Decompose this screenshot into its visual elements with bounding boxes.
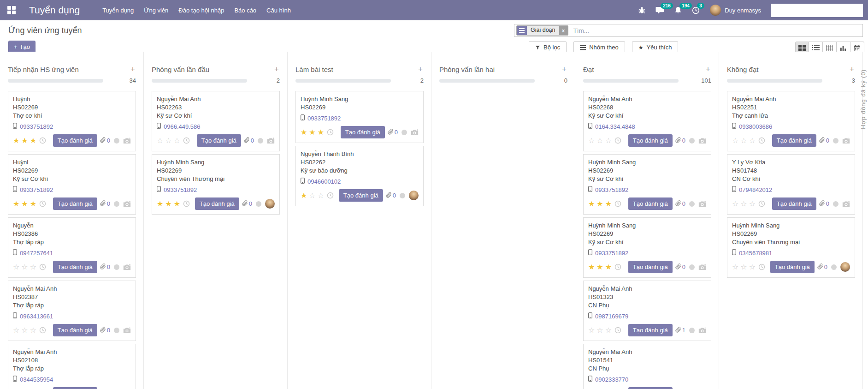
star-empty-icon[interactable]: ☆ — [21, 327, 28, 334]
star-empty-icon[interactable]: ☆ — [732, 200, 738, 208]
star-empty-icon[interactable]: ☆ — [596, 137, 603, 144]
star-filled-icon[interactable]: ★ — [301, 129, 307, 136]
kanban-card[interactable]: Nguyễn Mai AnhHS01323CN Phụ0987169679☆☆☆… — [583, 281, 711, 341]
kanban-card[interactable]: Nguyễn Mai AnhHS02263Kỹ sư Cơ khí0966.44… — [152, 91, 280, 151]
create-evaluation-button[interactable]: Tạo đánh giá — [197, 134, 241, 147]
phone-link[interactable]: 0966.449.586 — [164, 123, 201, 130]
star-filled-icon[interactable]: ★ — [165, 200, 171, 208]
kanban-state-icon[interactable] — [114, 201, 119, 207]
attachment-paperclip-icon[interactable]: 0 — [100, 263, 110, 271]
star-empty-icon[interactable]: ☆ — [740, 200, 747, 208]
star-empty-icon[interactable]: ☆ — [596, 327, 603, 334]
menu-candidates[interactable]: Ứng viên — [139, 4, 173, 17]
activity-clock-icon[interactable] — [614, 327, 621, 334]
progress-bar[interactable] — [727, 79, 822, 83]
star-filled-icon[interactable]: ★ — [588, 200, 595, 208]
activity-clock-icon[interactable] — [614, 137, 621, 144]
attachment-paperclip-icon[interactable]: 0 — [675, 137, 685, 144]
add-record-plus-icon[interactable]: + — [417, 65, 424, 74]
activity-clock-icon[interactable] — [39, 263, 46, 270]
attachment-paperclip-icon[interactable]: 0 — [244, 137, 254, 144]
activities-clock-icon[interactable]: 3 — [692, 6, 700, 14]
create-evaluation-button[interactable]: Tạo đánh giá — [53, 387, 97, 389]
phone-link[interactable]: 0963413661 — [20, 313, 53, 320]
create-evaluation-button[interactable]: Tạo đánh giá — [770, 261, 815, 273]
star-empty-icon[interactable]: ☆ — [749, 263, 756, 271]
activity-clock-icon[interactable] — [327, 192, 334, 199]
star-filled-icon[interactable]: ★ — [596, 200, 603, 208]
star-empty-icon[interactable]: ☆ — [309, 192, 315, 199]
attachment-paperclip-icon[interactable]: 0 — [100, 200, 110, 208]
create-evaluation-button[interactable]: Tạo đánh giá — [772, 197, 816, 210]
activity-clock-icon[interactable] — [614, 200, 621, 207]
kanban-card[interactable]: Huỳnh Minh SangHS02269Kỹ sư Cơ khí093375… — [583, 217, 711, 278]
kanban-card[interactable]: Nguyễn Mai AnhHS02387Thợ lắp ráp09634136… — [8, 281, 136, 341]
set-cover-camera-icon[interactable] — [123, 201, 131, 207]
set-cover-camera-icon[interactable] — [123, 327, 131, 334]
star-filled-icon[interactable]: ★ — [174, 200, 180, 208]
star-filled-icon[interactable]: ★ — [596, 263, 603, 271]
star-empty-icon[interactable]: ☆ — [30, 263, 36, 271]
create-evaluation-button[interactable]: Tạo đánh giá — [53, 134, 97, 147]
kanban-state-icon[interactable] — [689, 264, 695, 270]
progress-bar[interactable] — [152, 79, 247, 83]
create-evaluation-button[interactable]: Tạo đánh giá — [628, 387, 673, 389]
star-filled-icon[interactable]: ★ — [588, 263, 595, 271]
kanban-state-icon[interactable] — [258, 138, 263, 144]
create-evaluation-button[interactable]: Tạo đánh giá — [195, 197, 239, 210]
user-menu[interactable]: Duy enmasys — [710, 5, 761, 16]
kanban-card[interactable]: Nguyễn Mai AnhHS02251Thợ canh lửa0938003… — [727, 91, 855, 151]
star-filled-icon[interactable]: ★ — [21, 200, 28, 208]
attachment-paperclip-icon[interactable]: 0 — [386, 192, 396, 199]
phone-link[interactable]: 0345678981 — [739, 250, 772, 257]
kanban-card[interactable]: Huỳnh Minh SangHS02269Chuyên viên Thương… — [727, 217, 855, 278]
activity-clock-icon[interactable] — [758, 137, 765, 144]
notifications-bell-icon[interactable]: 194 — [674, 6, 682, 14]
star-empty-icon[interactable]: ☆ — [732, 137, 738, 144]
attachment-paperclip-icon[interactable]: 0 — [100, 327, 110, 334]
set-cover-camera-icon[interactable] — [123, 138, 131, 144]
progress-bar[interactable] — [583, 79, 679, 83]
star-filled-icon[interactable]: ★ — [309, 129, 315, 136]
attachment-paperclip-icon[interactable]: 0 — [675, 200, 685, 208]
kanban-state-icon[interactable] — [114, 138, 119, 144]
set-cover-camera-icon[interactable] — [698, 327, 706, 334]
kanban-state-icon[interactable] — [114, 328, 119, 333]
set-cover-camera-icon[interactable] — [842, 201, 850, 207]
phone-link[interactable]: 0938003686 — [739, 123, 772, 130]
set-cover-camera-icon[interactable] — [698, 264, 706, 270]
phone-link[interactable]: 0946600102 — [307, 178, 341, 185]
menu-configuration[interactable]: Cấu hình — [261, 4, 296, 17]
activity-clock-icon[interactable] — [183, 137, 190, 144]
star-empty-icon[interactable]: ☆ — [588, 137, 595, 144]
kanban-card[interactable]: Huỳnh Minh SangHS02269Kỹ sư Cơ khí093375… — [583, 154, 711, 215]
kanban-state-icon[interactable] — [833, 201, 838, 207]
create-evaluation-button[interactable]: Tạo đánh giá — [339, 189, 383, 202]
set-cover-camera-icon[interactable] — [698, 138, 706, 144]
star-filled-icon[interactable]: ★ — [157, 200, 163, 208]
activity-clock-icon[interactable] — [758, 200, 765, 207]
kanban-state-icon[interactable] — [689, 328, 695, 333]
set-cover-camera-icon[interactable] — [842, 138, 850, 144]
attachment-paperclip-icon[interactable]: 0 — [388, 129, 398, 136]
assignee-avatar[interactable] — [265, 199, 275, 209]
create-evaluation-button[interactable]: Tạo đánh giá — [53, 324, 97, 336]
kanban-card[interactable]: Nguyễn Mai AnhHS02108Thợ lắp ráp03445359… — [8, 344, 136, 389]
kanban-card[interactable]: Nguyễn Mai AnhHS01541CN Phụ0902333770☆☆☆… — [583, 344, 711, 389]
star-empty-icon[interactable]: ☆ — [165, 137, 171, 144]
menu-reporting[interactable]: Báo cáo — [229, 4, 261, 17]
set-cover-camera-icon[interactable] — [267, 138, 275, 144]
star-empty-icon[interactable]: ☆ — [13, 263, 19, 271]
star-empty-icon[interactable]: ☆ — [749, 200, 756, 208]
menu-onboarding[interactable]: Đào tạo hội nhập — [173, 4, 229, 17]
star-empty-icon[interactable]: ☆ — [174, 137, 180, 144]
star-filled-icon[interactable]: ★ — [605, 200, 612, 208]
phone-link[interactable]: 0164.334.4848 — [595, 123, 635, 130]
activity-clock-icon[interactable] — [614, 263, 621, 270]
star-filled-icon[interactable]: ★ — [30, 137, 36, 144]
activity-clock-icon[interactable] — [39, 200, 46, 207]
star-empty-icon[interactable]: ☆ — [13, 327, 19, 334]
add-record-plus-icon[interactable]: + — [273, 65, 280, 74]
phone-link[interactable]: 0933751892 — [164, 186, 197, 193]
star-empty-icon[interactable]: ☆ — [605, 327, 612, 334]
